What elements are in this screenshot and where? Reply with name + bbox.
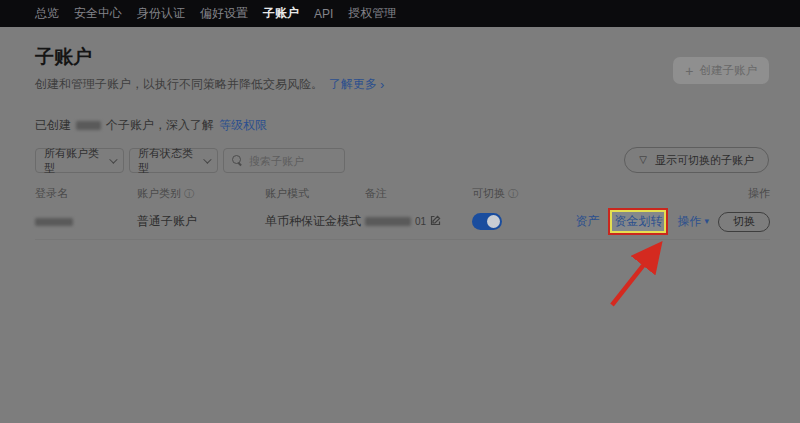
table-header: 登录名 账户类别 ⓘ 账户模式 备注 可切换 ⓘ 操作 <box>35 186 770 201</box>
header-remark-label: 备注 <box>365 186 387 201</box>
header-switchable: 可切换 ⓘ <box>472 186 562 201</box>
header-login-label: 登录名 <box>35 186 68 201</box>
nav-item-subaccounts[interactable]: 子账户 <box>263 5 299 22</box>
subaccount-search-box <box>223 148 345 173</box>
cell-switchable <box>472 213 562 230</box>
header-account-mode: 账户模式 <box>265 186 365 201</box>
redacted-login-name <box>35 218 73 226</box>
summary-middle: 个子账户，深入了解 <box>106 117 214 134</box>
subtitle-text: 创建和管理子账户，以执行不同策略并降低交易风险。 <box>35 76 323 93</box>
learn-more-label: 了解更多 <box>329 76 377 93</box>
redacted-subaccount-count <box>76 121 101 130</box>
nav-item-security-center[interactable]: 安全中心 <box>74 5 122 22</box>
header-category-label: 账户类别 <box>137 186 181 201</box>
page-subtitle: 创建和管理子账户，以执行不同策略并降低交易风险。 了解更多 › <box>35 76 384 93</box>
create-subaccount-label: 创建子账户 <box>700 63 758 78</box>
header-actions-label: 操作 <box>748 186 770 201</box>
account-type-value: 所有账户类型 <box>44 146 109 176</box>
edit-remark-icon[interactable] <box>430 215 441 229</box>
annotation-arrow <box>585 236 685 321</box>
header-actions: 操作 <box>562 186 770 201</box>
chevron-down-icon <box>203 155 211 163</box>
cell-account-mode: 单币种保证金模式 <box>265 213 365 230</box>
funds-transfer-link[interactable]: 资金划转 <box>614 213 662 230</box>
table-row: 普通子账户 单币种保证金模式 01 资产 资金划转 操作 <box>35 204 770 240</box>
chevron-right-icon: › <box>380 78 384 91</box>
header-switchable-label: 可切换 <box>472 186 505 201</box>
cell-remark: 01 <box>365 215 472 229</box>
more-actions-dropdown[interactable]: 操作 ▾ <box>677 213 709 230</box>
tier-permissions-link[interactable]: 等级权限 <box>219 117 267 134</box>
create-subaccount-button[interactable]: + 创建子账户 <box>673 57 769 84</box>
show-switchable-label: 显示可切换的子账户 <box>655 153 754 168</box>
assets-link[interactable]: 资产 <box>575 213 599 230</box>
annotation-highlight-box: 资金划转 <box>608 208 668 235</box>
redacted-remark <box>365 217 411 226</box>
nav-item-preferences[interactable]: 偏好设置 <box>200 5 248 22</box>
switch-button[interactable]: 切换 <box>718 212 770 232</box>
switchable-toggle[interactable] <box>472 213 502 230</box>
info-icon[interactable]: ⓘ <box>184 189 194 199</box>
cell-actions: 资产 资金划转 操作 ▾ 切换 <box>562 208 770 235</box>
summary-prefix: 已创建 <box>35 117 71 134</box>
account-category-value: 普通子账户 <box>137 213 197 230</box>
show-switchable-filter-button[interactable]: ▽ 显示可切换的子账户 <box>624 147 769 173</box>
info-icon[interactable]: ⓘ <box>508 189 518 199</box>
more-actions-label: 操作 <box>677 213 701 230</box>
header-remark: 备注 <box>365 186 472 201</box>
nav-item-overview[interactable]: 总览 <box>35 5 59 22</box>
nav-item-authorization[interactable]: 授权管理 <box>348 5 396 22</box>
status-type-select[interactable]: 所有状态类型 <box>129 148 218 173</box>
header-account-category: 账户类别 ⓘ <box>137 186 265 201</box>
remark-visible-text: 01 <box>415 216 426 227</box>
cell-account-category: 普通子账户 <box>137 213 265 230</box>
nav-item-identity-verification[interactable]: 身份认证 <box>137 5 185 22</box>
caret-down-icon: ▾ <box>704 217 709 226</box>
toggle-knob <box>487 215 500 228</box>
account-type-select[interactable]: 所有账户类型 <box>35 148 124 173</box>
cell-login <box>35 218 137 226</box>
subaccount-page: 总览 安全中心 身份认证 偏好设置 子账户 API 授权管理 子账户 创建和管理… <box>0 0 800 423</box>
nav-item-api[interactable]: API <box>314 7 333 21</box>
header-mode-label: 账户模式 <box>265 186 309 201</box>
top-nav: 总览 安全中心 身份认证 偏好设置 子账户 API 授权管理 <box>0 0 800 27</box>
funnel-icon: ▽ <box>639 155 647 165</box>
plus-icon: + <box>685 64 693 78</box>
header-login: 登录名 <box>35 186 137 201</box>
page-title: 子账户 <box>35 44 92 70</box>
status-type-value: 所有状态类型 <box>138 146 203 176</box>
created-summary: 已创建 个子账户，深入了解 等级权限 <box>35 117 267 134</box>
search-icon <box>232 155 243 166</box>
account-mode-value: 单币种保证金模式 <box>265 213 361 230</box>
learn-more-link[interactable]: 了解更多 › <box>329 76 384 93</box>
search-input[interactable] <box>249 155 336 167</box>
chevron-down-icon <box>109 155 117 163</box>
